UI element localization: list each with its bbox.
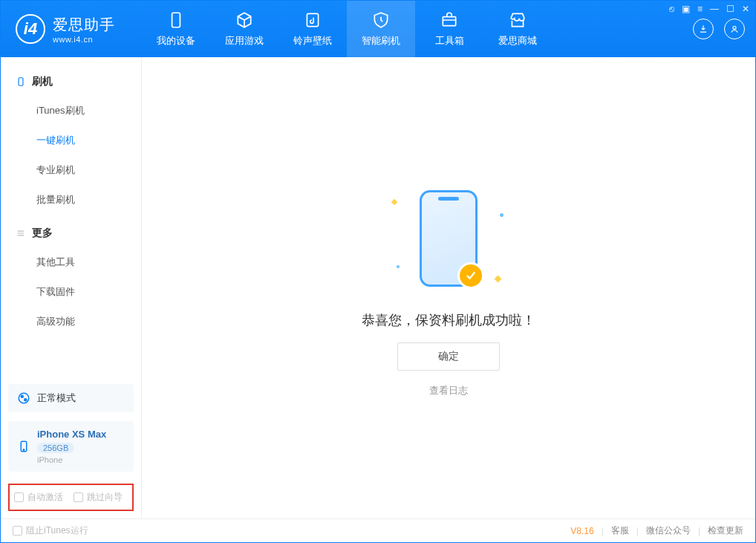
footer: 阻止iTunes运行 V8.16 | 客服 | 微信公众号 | 检查更新 — [1, 518, 755, 542]
sparkle-icon — [500, 213, 504, 217]
ok-button[interactable]: 确定 — [397, 342, 500, 371]
app-window: ⎋ ▣ ≡ — ☐ ✕ i4 爱思助手 www.i4.cn 我的设备 应用游戏 — [0, 0, 756, 543]
main-content: 恭喜您，保资料刷机成功啦！ 确定 查看日志 — [142, 57, 755, 518]
svg-rect-1 — [307, 13, 318, 26]
download-icon — [698, 24, 708, 34]
maximize-button[interactable]: ☐ — [726, 4, 734, 14]
sidebar: 刷机 iTunes刷机 一键刷机 专业刷机 批量刷机 更多 其他工具 下载固件 … — [1, 57, 142, 518]
logo: i4 爱思助手 www.i4.cn — [1, 1, 142, 57]
nav-group-more-head: 更多 — [1, 219, 141, 247]
checkbox-auto-activate[interactable]: 自动激活 — [14, 491, 63, 504]
tshirt-icon[interactable]: ⎋ — [669, 4, 674, 14]
nav-item-download-firmware[interactable]: 下载固件 — [1, 277, 141, 307]
sparkle-icon — [397, 265, 400, 268]
app-name-en: www.i4.cn — [53, 35, 115, 44]
tab-my-device[interactable]: 我的设备 — [142, 1, 210, 57]
nav-item-itunes-flash[interactable]: iTunes刷机 — [1, 96, 141, 126]
close-button[interactable]: ✕ — [742, 4, 749, 14]
tab-ringtones[interactable]: 铃声壁纸 — [278, 1, 347, 57]
body: 刷机 iTunes刷机 一键刷机 专业刷机 批量刷机 更多 其他工具 下载固件 … — [1, 57, 755, 518]
nav-item-other-tools[interactable]: 其他工具 — [1, 247, 141, 277]
nav-item-pro-flash[interactable]: 专业刷机 — [1, 155, 141, 185]
footer-link-support[interactable]: 客服 — [611, 524, 629, 537]
logo-icon: i4 — [16, 14, 45, 44]
tab-label: 铃声壁纸 — [293, 34, 332, 48]
logo-text: 爱思助手 www.i4.cn — [53, 15, 115, 44]
tab-toolbox[interactable]: 工具箱 — [415, 1, 483, 57]
checkbox-skip-guide[interactable]: 跳过向导 — [74, 491, 123, 504]
app-name-zh: 爱思助手 — [53, 15, 115, 35]
minimize-button[interactable]: — — [710, 4, 719, 14]
nav-group-title: 刷机 — [32, 75, 53, 88]
tab-label: 爱思商城 — [498, 34, 537, 48]
separator: | — [636, 526, 639, 536]
footer-link-update[interactable]: 检查更新 — [708, 524, 743, 537]
nav-item-batch-flash[interactable]: 批量刷机 — [1, 185, 141, 215]
phone-icon — [17, 440, 30, 453]
main-tabs: 我的设备 应用游戏 铃声壁纸 智能刷机 工具箱 爱思商城 — [142, 1, 552, 57]
store-icon — [508, 10, 527, 30]
device-info-text: iPhone XS Max 256GB iPhone — [37, 429, 106, 464]
separator: | — [602, 526, 604, 536]
success-message: 恭喜您，保资料刷机成功啦！ — [362, 311, 535, 329]
nav-item-oneclick-flash[interactable]: 一键刷机 — [1, 126, 141, 155]
checkbox-label: 自动激活 — [27, 491, 63, 504]
download-button[interactable] — [693, 19, 714, 39]
device-mode-card[interactable]: 正常模式 — [8, 384, 134, 412]
check-badge-icon — [457, 262, 484, 289]
music-icon — [303, 10, 322, 30]
status-icon — [17, 391, 30, 405]
svg-rect-0 — [172, 13, 180, 27]
header: ⎋ ▣ ≡ — ☐ ✕ i4 爱思助手 www.i4.cn 我的设备 应用游戏 — [1, 1, 755, 57]
menu-icon[interactable]: ≡ — [697, 4, 703, 14]
svg-rect-2 — [443, 17, 455, 26]
device-capacity: 256GB — [37, 443, 74, 453]
device-type: iPhone — [37, 455, 106, 464]
checkbox-icon — [13, 526, 22, 536]
checkbox-icon — [14, 492, 24, 502]
tab-apps-games[interactable]: 应用游戏 — [210, 1, 278, 57]
phone-illustration — [420, 190, 478, 287]
user-icon — [729, 24, 740, 34]
device-name: iPhone XS Max — [37, 429, 106, 440]
nav-group-flash-head: 刷机 — [1, 68, 141, 96]
separator: | — [698, 526, 700, 536]
user-button[interactable] — [724, 19, 745, 39]
checkbox-label: 阻止iTunes运行 — [26, 524, 88, 537]
toolbox-icon — [440, 10, 459, 30]
tab-label: 智能刷机 — [362, 34, 400, 48]
device-mode-label: 正常模式 — [37, 391, 76, 405]
options-row: 自动激活 跳过向导 — [8, 484, 134, 511]
svg-point-3 — [733, 26, 736, 29]
tab-smart-flash[interactable]: 智能刷机 — [347, 1, 415, 57]
list-icon — [16, 228, 26, 238]
checkbox-icon — [74, 492, 83, 502]
tab-label: 应用游戏 — [225, 34, 264, 48]
tab-store[interactable]: 爱思商城 — [483, 1, 552, 57]
nav-group-flash: 刷机 iTunes刷机 一键刷机 专业刷机 批量刷机 — [1, 68, 141, 215]
tab-label: 我的设备 — [157, 34, 195, 48]
nav: 刷机 iTunes刷机 一键刷机 专业刷机 批量刷机 更多 其他工具 下载固件 … — [1, 57, 141, 351]
shield-icon — [371, 10, 391, 30]
checkbox-label: 跳过向导 — [87, 491, 123, 504]
sparkle-icon — [391, 198, 397, 204]
svg-point-7 — [25, 399, 27, 401]
footer-right: V8.16 | 客服 | 微信公众号 | 检查更新 — [570, 524, 743, 537]
version-label: V8.16 — [570, 526, 593, 536]
cube-icon — [235, 10, 254, 30]
svg-point-6 — [21, 395, 23, 397]
nav-group-more: 更多 其他工具 下载固件 高级功能 — [1, 219, 141, 336]
footer-link-wechat[interactable]: 微信公众号 — [646, 524, 691, 537]
success-illustration — [374, 179, 523, 298]
svg-point-9 — [23, 449, 25, 451]
checkbox-block-itunes[interactable]: 阻止iTunes运行 — [13, 524, 88, 537]
sparkle-icon — [495, 275, 502, 282]
device-info-card[interactable]: iPhone XS Max 256GB iPhone — [8, 421, 134, 472]
nav-item-advanced[interactable]: 高级功能 — [1, 307, 141, 336]
svg-rect-4 — [19, 78, 23, 86]
svg-point-5 — [19, 393, 29, 403]
settings-icon[interactable]: ▣ — [682, 4, 690, 14]
device-icon — [166, 10, 186, 30]
view-log-link[interactable]: 查看日志 — [429, 384, 468, 397]
phone-icon — [16, 77, 26, 87]
